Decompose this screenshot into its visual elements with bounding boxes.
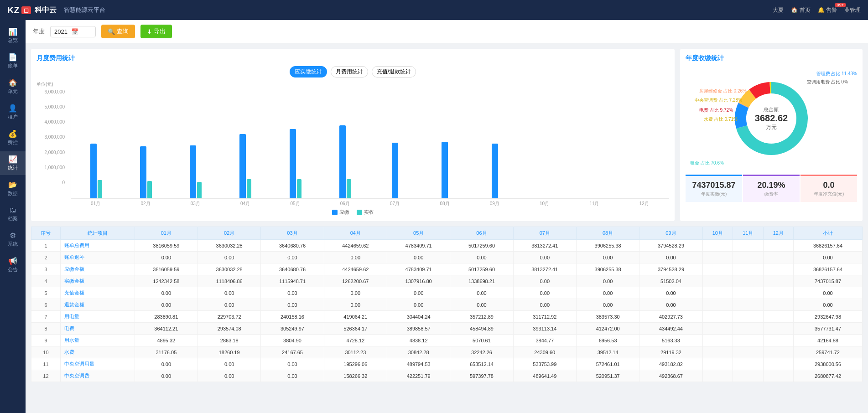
header: KZ ◻ 科中云 智慧能源云平台 大夏 🏠 首页 🔔 告警 99+ 业管理 (0, 0, 868, 20)
cell-value: 597397.78 (450, 370, 513, 382)
cell-value: 0.00 (135, 299, 198, 311)
cell-label: 水费 (60, 346, 135, 358)
th-10: 10月 (702, 227, 733, 240)
sidebar-item-archive[interactable]: 🗂 档案 (0, 202, 26, 226)
th-07: 07月 (513, 227, 576, 240)
cell-value: 0.00 (261, 252, 324, 263)
cell-value: 2680877.42 (793, 370, 862, 382)
header-subtitle: 智慧能源云平台 (64, 6, 105, 14)
export-label: 导出 (154, 27, 166, 36)
cell-value: 383573.30 (576, 311, 639, 323)
tab-chongzhi[interactable]: 充值/退款统计 (372, 66, 416, 77)
table-row: 8电费364112.21293574.08305249.97526364.173… (31, 323, 863, 335)
cell-value: 0.00 (324, 299, 387, 311)
logo: KZ ◻ 科中云 (7, 5, 57, 15)
sidebar-item-system[interactable]: ⚙ 系统 (0, 227, 26, 251)
cell-value: 0.00 (793, 287, 862, 299)
y-axis: 6,000,000 5,000,000 4,000,000 3,000,000 … (36, 89, 68, 185)
sidebar-item-bill[interactable]: 📄 账单 (0, 49, 26, 73)
cell-value: 0.00 (793, 252, 862, 263)
header-admin[interactable]: 业管理 (844, 6, 861, 14)
cell-value: 0.00 (261, 287, 324, 299)
th-12: 12月 (763, 227, 793, 240)
cell-value: 0.00 (261, 370, 324, 382)
query-button[interactable]: 🔍 查询 (101, 25, 135, 38)
bill-icon: 📄 (8, 53, 17, 62)
cell-value: 0.00 (639, 252, 702, 263)
cell-label: 充值金额 (60, 287, 135, 299)
table-row: 4实缴金额1242342.581118406.861115948.7112622… (31, 275, 863, 287)
sidebar-item-unit[interactable]: 🏠 单元 (0, 75, 26, 98)
stats-row: 7437015.87 年度实缴(元) 20.19% 缴费率 0.0 年度净充值(… (686, 175, 857, 202)
header-home[interactable]: 🏠 首页 (791, 6, 810, 14)
table-row: 1账单总费用3816059.593630032.283640680.764424… (31, 240, 863, 252)
cell-value: 493182.82 (639, 358, 702, 370)
overview-icon: 📊 (8, 27, 17, 36)
cell-value (733, 252, 763, 263)
cell-value (702, 275, 733, 287)
cell-value: 29119.32 (639, 346, 702, 358)
tab-yingshi[interactable]: 应实缴统计 (290, 66, 327, 77)
cell-value: 30112.23 (324, 346, 387, 358)
th-11: 11月 (733, 227, 763, 240)
sidebar-item-notice[interactable]: 📢 公告 (0, 253, 26, 277)
bar-teal-3 (197, 182, 202, 198)
header-left: KZ ◻ 科中云 智慧能源云平台 (7, 5, 105, 15)
legend-yingjiiao: 应缴 (332, 209, 349, 216)
stat-jiaofeilv: 20.19% 缴费率 (743, 175, 800, 202)
cell-value: 364112.21 (135, 323, 198, 335)
table-row: 2账单退补0.000.000.000.000.000.000.000.000.0… (31, 252, 863, 263)
bar-group-4 (221, 134, 270, 198)
table-row: 10水费31176.0518260.1924167.6530112.233084… (31, 346, 863, 358)
cell-seq: 4 (31, 275, 61, 287)
notice-icon: 📢 (8, 257, 17, 265)
cell-value: 0.00 (135, 252, 198, 263)
table-row: 7用电量283890.81229703.72240158.16419064.21… (31, 311, 863, 323)
logo-kz: KZ (7, 5, 20, 15)
cell-value: 0.00 (576, 287, 639, 299)
cell-value: 1118406.86 (198, 275, 261, 287)
sidebar-item-tenant[interactable]: 👤 租户 (0, 100, 26, 124)
sidebar-item-data[interactable]: 📂 数据 (0, 177, 26, 201)
header-alert[interactable]: 🔔 告警 99+ (818, 6, 837, 14)
bar-group-3 (171, 145, 221, 198)
sidebar-label-tenant: 租户 (8, 114, 18, 120)
cell-value (763, 358, 793, 370)
system-icon: ⚙ (10, 231, 16, 240)
bar-group-10 (520, 198, 569, 198)
cell-seq: 11 (31, 358, 61, 370)
tab-yuefei[interactable]: 月费用统计 (331, 66, 368, 77)
cell-value: 3906255.38 (576, 240, 639, 252)
cell-value: 0.00 (793, 299, 862, 311)
export-button[interactable]: ⬇ 导出 (140, 25, 172, 38)
cell-value: 412472.00 (576, 323, 639, 335)
tenant-icon: 👤 (8, 104, 17, 113)
cell-value: 7437015.87 (793, 275, 862, 287)
cell-seq: 5 (31, 287, 61, 299)
sidebar-item-fee[interactable]: 💰 费控 (0, 126, 26, 150)
cell-value: 305249.97 (261, 323, 324, 335)
brand-name: 科中云 (35, 5, 57, 15)
stat-jingchongzhi: 0.0 年度净充值(元) (800, 175, 857, 202)
header-user[interactable]: 大夏 (773, 6, 784, 14)
cell-value: 0.00 (576, 299, 639, 311)
th-09: 09月 (639, 227, 702, 240)
cell-value: 283890.81 (135, 311, 198, 323)
table-row: 6退款金额0.000.000.000.000.000.000.000.000.0… (31, 299, 863, 311)
cell-value: 30842.28 (387, 346, 450, 358)
bar-blue-3 (190, 145, 196, 198)
cell-value: 0.00 (198, 287, 261, 299)
cell-value: 1338698.21 (450, 275, 513, 287)
year-input[interactable]: 2021 📅 (50, 26, 96, 37)
cell-value (702, 240, 733, 252)
x-labels: 01月 02月 03月 04月 05月 06月 07月 08月 09月 10月 … (71, 199, 669, 207)
cell-value: 0.00 (576, 252, 639, 263)
stat-label-jingchongzhi: 年度净充值(元) (804, 191, 853, 197)
cell-value: 3794528.29 (639, 263, 702, 275)
cell-value: 3794528.29 (639, 240, 702, 252)
sidebar-item-overview[interactable]: 📊 总览 (0, 24, 26, 47)
table-row: 12中央空调费0.000.000.00158266.32422251.79597… (31, 370, 863, 382)
sidebar-item-stats[interactable]: 📈 统计 (0, 151, 26, 175)
cell-value (763, 240, 793, 252)
cell-value: 0.00 (513, 275, 576, 287)
